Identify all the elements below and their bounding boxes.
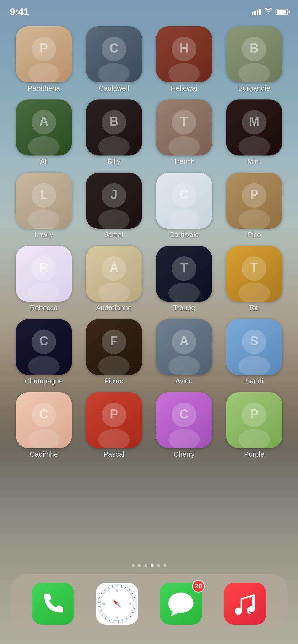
app-icon-ali[interactable]: A — [16, 99, 72, 155]
svg-text:M: M — [249, 114, 259, 129]
app-grid: PParathenaCCauldwellHHeliowaiBBurgandieA… — [0, 23, 298, 462]
phone-app-icon[interactable] — [32, 583, 74, 625]
app-icon-caoimhe[interactable]: C — [16, 392, 72, 448]
app-icon-jamal[interactable]: J — [86, 173, 142, 229]
safari-app-icon[interactable]: N S E W — [96, 583, 138, 625]
app-item-lowry[interactable]: LLowry — [11, 173, 77, 239]
app-icon-troupe[interactable]: T — [156, 246, 212, 302]
app-icon-pascal[interactable]: P — [86, 392, 142, 448]
app-item-cauldwell[interactable]: CCauldwell — [81, 26, 147, 92]
app-label-pascal: Pascal — [103, 450, 124, 458]
app-item-tori[interactable]: TTori — [221, 246, 287, 312]
app-label-carnivale: Carnivale — [169, 231, 199, 239]
app-item-ali[interactable]: AAli — [11, 99, 77, 166]
app-label-parathena: Parathena — [28, 84, 60, 92]
app-item-caoimhe[interactable]: CCaoimhe — [11, 392, 77, 458]
app-item-avidu[interactable]: AAvidu — [151, 319, 217, 385]
app-label-troupe: Troupe — [173, 304, 195, 312]
dock-phone[interactable] — [32, 583, 74, 625]
svg-text:T: T — [180, 261, 188, 275]
app-item-troupe[interactable]: TTroupe — [151, 246, 217, 312]
music-app-icon[interactable] — [224, 583, 266, 625]
svg-point-14 — [238, 63, 270, 82]
app-icon-purple[interactable]: P — [226, 392, 282, 448]
svg-point-2 — [28, 63, 60, 82]
dock: N S E W 20 — [11, 574, 287, 633]
wifi-icon — [264, 8, 272, 16]
page-dots — [0, 564, 298, 567]
app-item-heliowai[interactable]: HHeliowai — [151, 26, 217, 92]
app-icon-burgandie[interactable]: B — [226, 26, 282, 82]
svg-text:B: B — [109, 114, 118, 129]
page-dot-4[interactable] — [151, 564, 154, 567]
app-icon-parathena[interactable]: P — [16, 26, 72, 82]
app-icon-tori[interactable]: T — [226, 246, 282, 302]
page-dot-1[interactable] — [132, 564, 135, 567]
svg-text:E: E — [129, 603, 131, 606]
signal-icon — [252, 9, 261, 15]
app-item-audreianne[interactable]: AAudreianne — [81, 246, 147, 312]
svg-text:A: A — [109, 261, 118, 275]
app-label-tori: Tori — [249, 304, 260, 312]
app-icon-sandi[interactable]: S — [226, 319, 282, 375]
svg-text:L: L — [40, 187, 48, 202]
svg-point-74 — [168, 356, 200, 375]
app-icon-avidu[interactable]: A — [156, 319, 212, 375]
svg-text:A: A — [39, 114, 48, 129]
app-icon-cauldwell[interactable]: C — [86, 26, 142, 82]
app-item-trench[interactable]: TTrench — [151, 99, 217, 166]
app-item-miru[interactable]: MMiru — [221, 99, 287, 166]
app-icon-fielae[interactable]: F — [86, 319, 142, 375]
app-label-cherry: Cherry — [174, 450, 195, 458]
app-icon-cherry[interactable]: C — [156, 392, 212, 448]
svg-text:R: R — [39, 261, 48, 275]
dock-music[interactable] — [224, 583, 266, 625]
dock-messages[interactable]: 20 — [160, 583, 202, 625]
page-dot-2[interactable] — [138, 564, 141, 567]
svg-point-78 — [238, 356, 270, 375]
app-icon-trench[interactable]: T — [156, 99, 212, 155]
svg-point-22 — [98, 136, 130, 155]
svg-point-30 — [238, 136, 270, 155]
app-label-rebecca: Rebecca — [30, 304, 58, 312]
dock-safari[interactable]: N S E W — [96, 583, 138, 625]
app-icon-lowry[interactable]: L — [16, 173, 72, 229]
battery-icon — [276, 9, 288, 15]
app-icon-heliowai[interactable]: H — [156, 26, 212, 82]
svg-point-90 — [168, 429, 200, 448]
svg-point-18 — [28, 136, 60, 155]
app-label-trench: Trench — [173, 158, 195, 166]
page-dot-5[interactable] — [157, 564, 160, 567]
svg-point-86 — [98, 429, 130, 448]
app-icon-champagne[interactable]: C — [16, 319, 72, 375]
app-item-purple[interactable]: PPurple — [221, 392, 287, 458]
svg-point-82 — [28, 429, 60, 448]
app-item-fielae[interactable]: FFielae — [81, 319, 147, 385]
page-dot-3[interactable] — [144, 564, 147, 567]
app-icon-billy[interactable]: B — [86, 99, 142, 155]
svg-text:T: T — [180, 114, 188, 129]
app-item-parathena[interactable]: PParathena — [11, 26, 77, 92]
svg-point-38 — [98, 209, 130, 229]
svg-point-50 — [28, 283, 60, 302]
app-item-billy[interactable]: BBilly — [81, 99, 147, 166]
page-dot-6[interactable] — [163, 564, 166, 567]
app-item-sandi[interactable]: SSandi — [221, 319, 287, 385]
app-item-champagne[interactable]: CChampagne — [11, 319, 77, 385]
app-item-burgandie[interactable]: BBurgandie — [221, 26, 287, 92]
app-icon-rebecca[interactable]: R — [16, 246, 72, 302]
app-item-rebecca[interactable]: RRebecca — [11, 246, 77, 312]
app-item-pico[interactable]: PPico — [221, 173, 287, 239]
app-item-carnivale[interactable]: CCarnivale — [151, 173, 217, 239]
app-icon-carnivale[interactable]: C — [156, 173, 212, 229]
app-icon-audreianne[interactable]: A — [86, 246, 142, 302]
app-item-pascal[interactable]: PPascal — [81, 392, 147, 458]
svg-text:H: H — [180, 41, 189, 55]
app-item-cherry[interactable]: CCherry — [151, 392, 217, 458]
app-label-heliowai: Heliowai — [171, 84, 197, 92]
messages-badge: 20 — [192, 580, 205, 593]
app-icon-miru[interactable]: M — [226, 99, 282, 155]
svg-point-62 — [238, 283, 270, 302]
app-item-jamal[interactable]: JJamal — [81, 173, 147, 239]
app-icon-pico[interactable]: P — [226, 173, 282, 229]
